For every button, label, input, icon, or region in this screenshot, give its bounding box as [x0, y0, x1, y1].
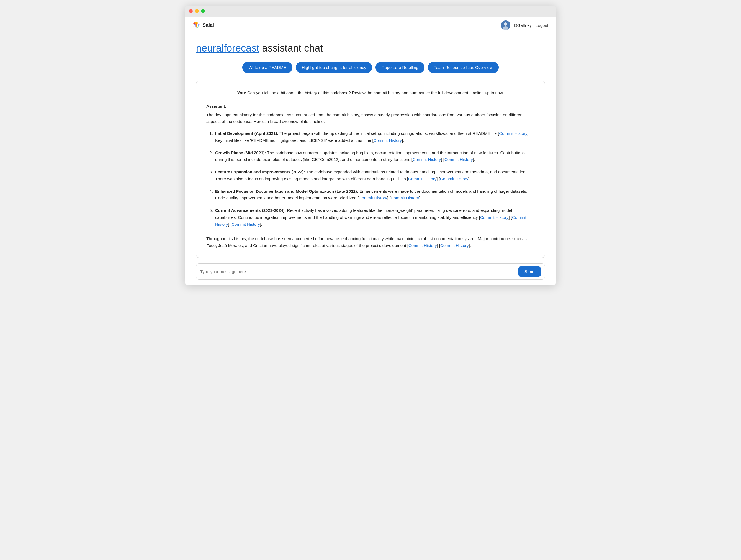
- timeline-title-1: Initial Development (April 2021):: [215, 131, 278, 136]
- commit-link[interactable]: Commit History: [480, 215, 509, 220]
- timeline-title-5: Current Advancements (2023-2024):: [215, 208, 286, 213]
- send-button[interactable]: Send: [518, 266, 541, 277]
- commit-link[interactable]: Commit History: [413, 157, 441, 162]
- timeline-item-1: Initial Development (April 2021): The pr…: [214, 130, 535, 144]
- commit-link[interactable]: Commit History: [445, 157, 473, 162]
- timeline-title-4: Enhanced Focus on Documentation and Mode…: [215, 189, 358, 194]
- timeline-item-2: Growth Phase (Mid 2021): The codebase sa…: [214, 149, 535, 164]
- page-content: neuralforecast assistant chat Write up a…: [185, 34, 556, 285]
- brand-icon: 🪁: [193, 21, 200, 29]
- assistant-label: Assistant:: [206, 103, 535, 110]
- repo-link[interactable]: neuralforecast: [196, 42, 259, 54]
- logout-button[interactable]: Logout: [536, 23, 548, 28]
- commit-link[interactable]: Commit History: [408, 176, 437, 181]
- commit-link[interactable]: Commit History: [374, 138, 402, 143]
- user-message: You: Can you tell me a bit about the his…: [206, 89, 535, 97]
- user-label: You:: [237, 90, 246, 95]
- window-chrome: [185, 6, 556, 17]
- suggestion-readme[interactable]: Write up a README: [242, 62, 292, 73]
- timeline-item-3: Feature Expansion and Improvements (2022…: [214, 169, 535, 183]
- commit-link[interactable]: Commit History: [391, 195, 419, 200]
- commit-link[interactable]: Commit History: [499, 131, 528, 136]
- summary-paragraph: Throughout its history, the codebase has…: [206, 235, 535, 249]
- avatar-image: [501, 20, 510, 30]
- brand-name: Salal: [202, 22, 214, 28]
- commit-link[interactable]: Commit History: [359, 195, 387, 200]
- page-title: neuralforecast assistant chat: [196, 42, 545, 54]
- user-message-text: Can you tell me a bit about the history …: [247, 90, 504, 95]
- traffic-light-red[interactable]: [189, 9, 193, 13]
- timeline-title-2: Growth Phase (Mid 2021):: [215, 150, 266, 155]
- timeline-item-5: Current Advancements (2023-2024): Recent…: [214, 207, 535, 228]
- traffic-light-green[interactable]: [201, 9, 205, 13]
- traffic-light-yellow[interactable]: [195, 9, 199, 13]
- username: DGaffney: [514, 23, 532, 28]
- timeline-title-3: Feature Expansion and Improvements (2022…: [215, 170, 305, 174]
- commit-link[interactable]: Commit History: [231, 222, 260, 227]
- chat-area: You: Can you tell me a bit about the his…: [196, 81, 545, 258]
- page-title-rest: assistant chat: [259, 42, 323, 54]
- suggestion-buttons: Write up a README Highlight top changes …: [196, 62, 545, 73]
- avatar: [501, 20, 510, 30]
- commit-link[interactable]: Commit History: [440, 176, 469, 181]
- input-area: Send: [196, 263, 545, 280]
- assistant-response: Assistant: The development history for t…: [206, 103, 535, 249]
- timeline-list: Initial Development (April 2021): The pr…: [206, 130, 535, 228]
- chat-input[interactable]: [200, 269, 515, 274]
- commit-link[interactable]: Commit History: [215, 215, 526, 227]
- suggestion-highlight[interactable]: Highlight top changes for efficiency: [296, 62, 372, 73]
- suggestion-team[interactable]: Team Responsibilities Overview: [428, 62, 499, 73]
- timeline-item-4: Enhanced Focus on Documentation and Mode…: [214, 188, 535, 202]
- commit-link[interactable]: Commit History: [440, 243, 469, 248]
- brand: 🪁 Salal: [193, 21, 214, 29]
- suggestion-lore[interactable]: Repo Lore Retelling: [376, 62, 424, 73]
- commit-link[interactable]: Commit History: [408, 243, 437, 248]
- nav-right: DGaffney Logout: [501, 20, 548, 30]
- topnav: 🪁 Salal DGaffney Logout: [185, 17, 556, 34]
- assistant-intro: The development history for this codebas…: [206, 112, 535, 125]
